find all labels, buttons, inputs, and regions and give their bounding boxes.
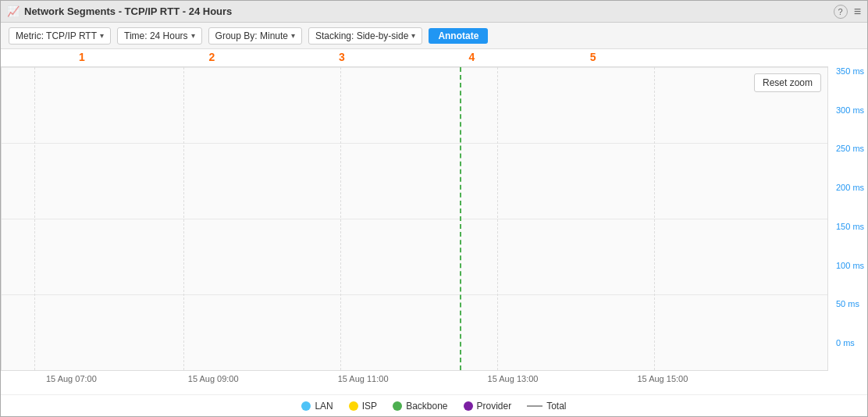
- title-bar-right: ? ≡: [834, 5, 861, 19]
- group-dropdown[interactable]: Group By: Minute ▾: [208, 27, 302, 45]
- legend-provider-icon: [464, 401, 473, 411]
- legend-isp-icon: [349, 401, 358, 411]
- x-label-4: 15 Aug 13:00: [488, 374, 539, 383]
- time-chevron: ▾: [191, 31, 195, 40]
- legend-provider: Provider: [464, 401, 512, 412]
- y-right-100: 100 ms: [836, 261, 864, 270]
- x-label-3: 15 Aug 11:00: [338, 374, 389, 383]
- y-right-200: 200 ms: [836, 183, 864, 192]
- legend-backbone-icon: [393, 401, 402, 411]
- title-bar-left: 📈 Network Segments - TCP/IP RTT - 24 Hou…: [7, 5, 232, 17]
- time-dropdown[interactable]: Time: 24 Hours ▾: [117, 27, 202, 45]
- legend-total: Total: [527, 401, 566, 412]
- annotation-1[interactable]: 1: [79, 51, 85, 63]
- metric-dropdown[interactable]: Metric: TCP/IP RTT ▾: [9, 27, 111, 45]
- group-chevron: ▾: [291, 31, 295, 40]
- x-label-1: 15 Aug 07:00: [46, 374, 97, 383]
- legend-lan-label: LAN: [315, 401, 333, 412]
- legend-total-label: Total: [546, 401, 566, 412]
- chart-area: 1 2 3 4 5 32% 16% 0%: [1, 49, 867, 416]
- legend-lan: LAN: [301, 401, 333, 412]
- annotation-2[interactable]: 2: [208, 51, 215, 63]
- y-right-300: 300 ms: [836, 105, 864, 115]
- stacking-chevron: ▾: [411, 31, 415, 40]
- x-label-2: 15 Aug 09:00: [188, 374, 239, 383]
- toolbar: Metric: TCP/IP RTT ▾ Time: 24 Hours ▾ Gr…: [1, 23, 867, 49]
- y-right-350: 350 ms: [836, 66, 864, 76]
- metric-chevron: ▾: [100, 31, 104, 40]
- legend-backbone-label: Backbone: [406, 401, 447, 412]
- annotate-button[interactable]: Annotate: [429, 28, 488, 44]
- main-window: 📈 Network Segments - TCP/IP RTT - 24 Hou…: [0, 0, 868, 417]
- chart-icon: 📈: [7, 5, 20, 17]
- chart-plot[interactable]: Reset zoom: [1, 66, 828, 371]
- annotation-5[interactable]: 5: [590, 51, 596, 63]
- help-icon[interactable]: ?: [834, 5, 848, 19]
- legend: LAN ISP Backbone Provider Total: [1, 394, 867, 416]
- x-axis: 15 Aug 07:00 15 Aug 09:00 15 Aug 11:00 1…: [40, 371, 828, 394]
- y-right-0: 0 ms: [836, 338, 855, 348]
- bars-container: [2, 67, 827, 370]
- legend-isp-label: ISP: [362, 401, 377, 412]
- legend-isp: ISP: [349, 401, 377, 412]
- y-right-150: 150 ms: [836, 222, 864, 231]
- legend-backbone: Backbone: [393, 401, 447, 412]
- legend-lan-icon: [301, 401, 311, 411]
- menu-icon[interactable]: ≡: [854, 5, 861, 19]
- y-right-50: 50 ms: [836, 299, 859, 308]
- legend-total-icon: [527, 405, 542, 407]
- annotation-row: 1 2 3 4 5: [1, 49, 867, 66]
- stacking-dropdown[interactable]: Stacking: Side-by-side ▾: [308, 27, 422, 45]
- chart-row: 32% 16% 0%: [1, 66, 867, 371]
- annotation-4[interactable]: 4: [468, 51, 475, 63]
- legend-provider-label: Provider: [477, 401, 512, 412]
- x-label-5: 15 Aug 15:00: [637, 374, 688, 383]
- title-bar: 📈 Network Segments - TCP/IP RTT - 24 Hou…: [1, 1, 867, 23]
- window-title: Network Segments - TCP/IP RTT - 24 Hours: [24, 5, 232, 17]
- annotation-3[interactable]: 3: [339, 51, 345, 63]
- y-axis-right: 350 ms 300 ms 250 ms 200 ms 150 ms 100 m…: [832, 66, 867, 348]
- y-right-250: 250 ms: [836, 144, 864, 153]
